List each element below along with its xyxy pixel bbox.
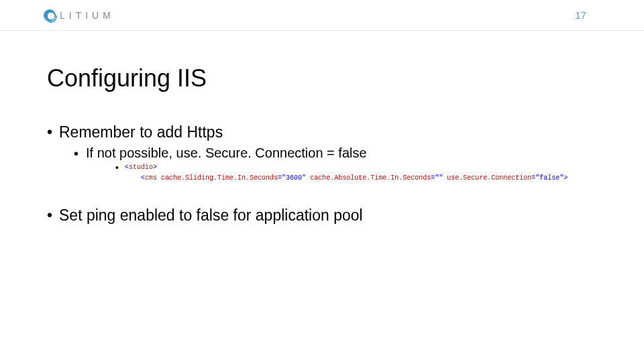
code-token: > <box>153 164 157 171</box>
bullet-set-ping: Set ping enabled to false for applicatio… <box>47 206 597 225</box>
slide-content: Configuring IIS Remember to add Https If… <box>0 31 644 225</box>
bullet-list-2: Set ping enabled to false for applicatio… <box>47 206 597 225</box>
code-token: 3600 <box>286 174 302 182</box>
code-token: false <box>539 174 559 182</box>
spacer <box>47 188 597 206</box>
bullet-remember-https: Remember to add Https If not possible, u… <box>47 123 597 184</box>
code-token: cache.Absolute.Time.In.Seconds <box>310 174 431 182</box>
xml-code: <studio> <cms cache.Sliding.Time.In.Seco… <box>125 162 597 184</box>
code-token: =" <box>431 174 439 182</box>
code-token: > <box>564 174 568 182</box>
bullet-text: Set ping enabled to false for applicatio… <box>59 206 363 224</box>
litium-logo-icon <box>44 9 56 21</box>
slide-header: LITIUM 17 <box>0 0 644 31</box>
code-snippet: <studio> <cms cache.Sliding.Time.In.Seco… <box>115 162 597 184</box>
brand-name: LITIUM <box>60 10 115 21</box>
slide: LITIUM 17 Configuring IIS Remember to ad… <box>0 0 644 362</box>
bullet-if-not-possible: If not possible, use. Secure. Connection… <box>74 145 597 184</box>
bullet-text: If not possible, use. Secure. Connection… <box>86 145 367 160</box>
slide-title: Configuring IIS <box>47 64 597 93</box>
code-token: use.Secure.Connection <box>447 174 531 182</box>
page-number: 17 <box>575 9 586 21</box>
code-token: =" <box>531 174 539 182</box>
brand-logo: LITIUM <box>44 9 115 21</box>
bullet-list: Remember to add Https If not possible, u… <box>47 123 597 184</box>
bullet-text: Remember to add Https <box>59 123 223 141</box>
code-token: studio <box>129 164 153 171</box>
code-token: cms <box>145 174 157 182</box>
code-token: cache.Sliding.Time.In.Seconds <box>161 174 278 182</box>
code-token: =" <box>278 174 286 182</box>
